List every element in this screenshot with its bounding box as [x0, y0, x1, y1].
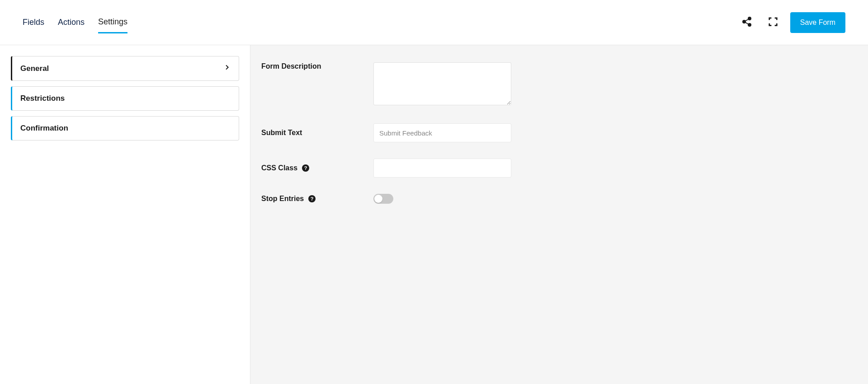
tab-fields[interactable]: Fields	[23, 12, 44, 33]
fullscreen-button[interactable]	[764, 14, 782, 32]
css-class-label-text: CSS Class	[261, 164, 297, 172]
stop-entries-label: Stop Entries ?	[261, 195, 373, 203]
submit-text-label: Submit Text	[261, 129, 373, 137]
sidebar-item-general[interactable]: General	[11, 56, 239, 81]
fullscreen-icon	[768, 17, 778, 28]
header: Fields Actions Settings	[0, 0, 868, 45]
stop-entries-toggle[interactable]	[373, 194, 393, 204]
chevron-right-icon	[223, 64, 231, 73]
tab-settings[interactable]: Settings	[98, 12, 127, 33]
settings-sidebar: General Restrictions Confirmation	[0, 45, 250, 384]
css-class-label: CSS Class ?	[261, 164, 373, 172]
form-row-css-class: CSS Class ?	[261, 159, 857, 178]
svg-point-0	[748, 17, 751, 20]
sidebar-item-label: Restrictions	[20, 94, 65, 103]
form-row-description: Form Description	[261, 62, 857, 107]
main: General Restrictions Confirmation Form D…	[0, 45, 868, 384]
svg-line-4	[745, 23, 748, 24]
share-button[interactable]	[738, 14, 756, 32]
css-class-input[interactable]	[373, 159, 511, 178]
help-icon[interactable]: ?	[308, 195, 316, 202]
tabs: Fields Actions Settings	[23, 12, 127, 33]
tab-actions[interactable]: Actions	[58, 12, 85, 33]
form-row-submit-text: Submit Text	[261, 123, 857, 142]
sidebar-item-restrictions[interactable]: Restrictions	[11, 86, 239, 111]
save-form-button[interactable]: Save Form	[790, 12, 845, 33]
svg-point-2	[748, 23, 751, 26]
settings-content: Form Description Submit Text CSS Class ?…	[250, 45, 868, 384]
header-actions: Save Form	[738, 12, 845, 33]
form-description-label: Form Description	[261, 62, 373, 70]
sidebar-item-label: General	[20, 64, 49, 73]
submit-text-input[interactable]	[373, 123, 511, 142]
form-description-input[interactable]	[373, 62, 511, 105]
svg-point-1	[743, 20, 745, 23]
share-icon	[741, 16, 752, 28]
help-icon[interactable]: ?	[302, 164, 309, 172]
svg-line-3	[745, 19, 748, 21]
sidebar-item-label: Confirmation	[20, 124, 68, 133]
sidebar-item-confirmation[interactable]: Confirmation	[11, 116, 239, 140]
form-row-stop-entries: Stop Entries ?	[261, 194, 857, 204]
stop-entries-label-text: Stop Entries	[261, 195, 304, 203]
toggle-knob	[374, 195, 382, 203]
